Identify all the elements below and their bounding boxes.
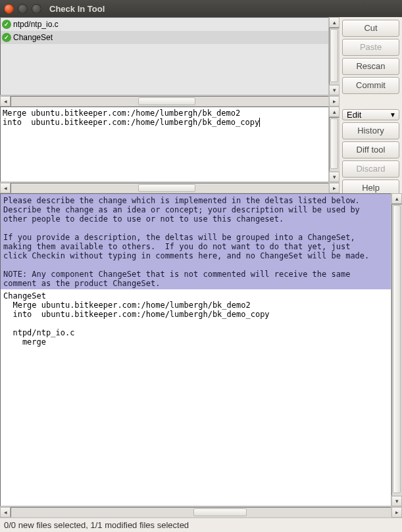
minimize-icon[interactable] [18,4,28,14]
discard-button: Discard [342,160,399,178]
status-text: 0/0 new files selected, 1/1 modified fil… [4,520,189,530]
commit-button[interactable]: Commit [342,77,399,94]
comment-hscroll[interactable]: ◂ ▸ [0,182,339,193]
scroll-left-icon[interactable]: ◂ [0,96,11,107]
check-icon [2,20,11,29]
close-icon[interactable] [4,4,14,14]
scroll-right-icon[interactable]: ▸ [329,183,339,193]
rescan-button[interactable]: Rescan [342,58,399,75]
comment-line: Merge ubuntu.bitkeeper.com:/home/lumberg… [3,109,240,118]
top-row: ntpd/ntp_io.c ChangeSet ▴ ▾ [0,17,402,107]
scroll-down-icon[interactable]: ▾ [391,496,402,506]
file-row[interactable]: ChangeSet [1,31,328,44]
file-list-panel: ntpd/ntp_io.c ChangeSet [0,17,329,95]
scroll-left-icon[interactable]: ◂ [0,507,11,518]
paste-button: Paste [342,39,399,56]
scroll-left-icon[interactable]: ◂ [0,183,11,193]
scroll-down-icon[interactable]: ▾ [329,172,339,182]
description-hscroll[interactable]: ◂ ▸ [0,506,402,518]
main: ntpd/ntp_io.c ChangeSet ▴ ▾ [0,17,402,518]
scroll-right-icon[interactable]: ▸ [329,96,339,107]
description-area[interactable]: Please describe the change which is impl… [1,194,391,506]
bottom-row: Please describe the change which is impl… [0,193,402,518]
mid-row: Merge ubuntu.bitkeeper.com:/home/lumberg… [0,107,402,193]
scroll-up-icon[interactable]: ▴ [329,107,339,117]
button-column: Cut Paste Rescan Commit [339,17,402,107]
check-icon [2,33,11,42]
description-body: ChangeSet Merge ubuntu.bitkeeper.com:/ho… [1,289,391,349]
edit-dropdown-label: Edit [347,110,361,120]
titlebar: Check In Tool [0,0,402,17]
description-vscroll[interactable]: ▴ ▾ [391,193,402,506]
file-list-vscroll[interactable]: ▴ ▾ [329,17,339,95]
statusbar: 0/0 new files selected, 1/1 modified fil… [0,518,402,532]
scroll-up-icon[interactable]: ▴ [391,193,402,204]
diff-tool-button[interactable]: Diff tool [342,141,399,158]
file-name: ntpd/ntp_io.c [13,20,59,29]
comment-textarea[interactable]: Merge ubuntu.bitkeeper.com:/home/lumberg… [1,107,328,181]
comment-line: into ubuntu.bitkeeper.com:/home/lumbergh… [3,118,259,127]
description-help-text: Please describe the change which is impl… [1,194,391,289]
file-row[interactable]: ntpd/ntp_io.c [1,18,328,31]
scroll-right-icon[interactable]: ▸ [391,507,402,518]
history-button[interactable]: History [342,122,399,139]
file-list-hscroll[interactable]: ◂ ▸ [0,95,339,107]
comment-vscroll[interactable]: ▴ ▾ [329,107,339,182]
cut-button[interactable]: Cut [342,20,399,37]
maximize-icon[interactable] [32,4,41,14]
description-panel: Please describe the change which is impl… [0,193,391,506]
scroll-up-icon[interactable]: ▴ [329,17,339,28]
scroll-down-icon[interactable]: ▾ [329,85,339,95]
window-title: Check In Tool [49,4,105,14]
comment-textarea-wrap: Merge ubuntu.bitkeeper.com:/home/lumberg… [0,107,329,182]
file-list[interactable]: ntpd/ntp_io.c ChangeSet [1,18,328,95]
text-caret-icon [259,118,260,127]
file-name: ChangeSet [13,33,53,42]
edit-dropdown[interactable]: Edit ▼ [342,109,399,120]
chevron-down-icon: ▼ [389,111,396,118]
button-column-2: Edit ▼ History Diff tool Discard Help Qu… [339,107,402,193]
